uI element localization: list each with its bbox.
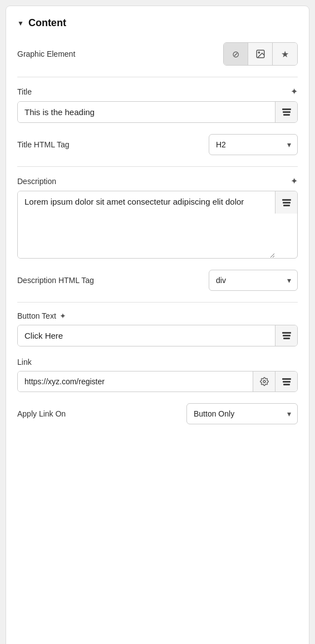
description-html-tag-label: Description HTML Tag <box>17 276 94 285</box>
button-text-input[interactable] <box>18 325 275 346</box>
title-field-group: Title ✦ <box>17 86 298 123</box>
button-text-input-wrapper <box>17 325 298 346</box>
stack-icon-link <box>282 378 291 385</box>
divider-3 <box>17 302 298 303</box>
title-stack-button[interactable] <box>275 102 297 122</box>
graphic-element-label: Graphic Element <box>17 49 75 58</box>
svg-point-1 <box>258 52 259 53</box>
title-label: Title <box>17 87 32 96</box>
description-stack-button[interactable] <box>275 191 297 214</box>
description-html-tag-group: Description HTML Tag div p span section <box>17 270 298 291</box>
stack-icon-desc <box>282 199 291 206</box>
title-html-tag-select-wrapper: H1 H2 H3 H4 H5 H6 p span div <box>209 134 298 155</box>
apply-link-on-label: Apply Link On <box>17 409 66 418</box>
button-text-label: Button Text <box>17 311 56 320</box>
graphic-image-button[interactable] <box>248 43 273 65</box>
link-label: Link <box>17 358 32 366</box>
button-text-ai-icon[interactable]: ✦ <box>60 311 66 320</box>
section-title: Content <box>28 17 66 29</box>
title-html-tag-label: Title HTML Tag <box>17 140 70 149</box>
graphic-star-button[interactable]: ★ <box>273 43 297 65</box>
title-label-row: Title ✦ <box>17 86 298 97</box>
button-text-label-row: Button Text ✦ <box>17 311 298 320</box>
graphic-none-button[interactable]: ⊘ <box>224 43 248 65</box>
button-text-stack-button[interactable] <box>275 325 297 346</box>
title-html-tag-select[interactable]: H1 H2 H3 H4 H5 H6 p span div <box>209 134 298 155</box>
description-label: Description <box>17 177 56 186</box>
stack-icon-btn <box>282 332 291 339</box>
link-gear-button[interactable] <box>253 371 275 392</box>
link-stack-button[interactable] <box>275 371 297 392</box>
description-input-wrapper: Lorem ipsum dolor sit amet consectetur a… <box>17 191 298 259</box>
section-header: ▼ Content <box>17 17 298 29</box>
description-html-tag-select[interactable]: div p span section <box>209 270 298 291</box>
description-html-tag-select-wrapper: div p span section <box>209 270 298 291</box>
divider-1 <box>17 77 298 77</box>
link-field-group: Link <box>17 358 298 392</box>
stack-icon <box>282 108 291 116</box>
button-text-label-inner: Button Text ✦ <box>17 311 66 320</box>
title-html-tag-row: Title HTML Tag H1 H2 H3 H4 H5 H6 p span … <box>17 134 298 155</box>
content-panel: ▼ Content Graphic Element ⊘ ★ Title ✦ <box>6 6 309 644</box>
title-ai-icon[interactable]: ✦ <box>291 86 298 97</box>
link-label-row: Link <box>17 358 298 366</box>
collapse-chevron[interactable]: ▼ <box>17 19 24 27</box>
apply-link-on-row: Apply Link On Button Only Entire Box Non… <box>17 403 298 424</box>
link-input[interactable] <box>18 371 253 392</box>
apply-link-on-select[interactable]: Button Only Entire Box None <box>186 403 298 424</box>
svg-point-2 <box>263 380 265 383</box>
description-html-tag-row: Description HTML Tag div p span section <box>17 270 298 291</box>
graphic-element-toggle-group: ⊘ ★ <box>223 42 298 66</box>
description-textarea[interactable]: Lorem ipsum dolor sit amet consectetur a… <box>18 191 275 258</box>
title-input[interactable] <box>18 102 275 122</box>
link-input-row <box>17 371 298 392</box>
button-text-field-group: Button Text ✦ <box>17 311 298 346</box>
graphic-element-row: Graphic Element ⊘ ★ <box>17 42 298 66</box>
divider-2 <box>17 166 298 167</box>
description-label-row: Description ✦ <box>17 176 298 186</box>
title-html-tag-group: Title HTML Tag H1 H2 H3 H4 H5 H6 p span … <box>17 134 298 155</box>
apply-link-select-wrapper: Button Only Entire Box None <box>186 403 298 424</box>
title-input-wrapper <box>17 101 298 123</box>
description-field-group: Description ✦ Lorem ipsum dolor sit amet… <box>17 176 298 259</box>
description-ai-icon[interactable]: ✦ <box>291 176 298 186</box>
